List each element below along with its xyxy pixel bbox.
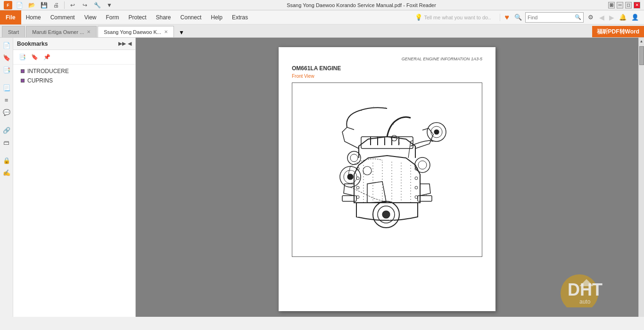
- find-search-icon[interactable]: 🔍: [575, 14, 581, 20]
- chinese-pdf-button[interactable]: 福昕PDF转Word: [592, 26, 644, 37]
- dropdown-icon[interactable]: ▼: [104, 0, 115, 10]
- svg-point-16: [418, 161, 427, 169]
- bookmark-controls: ▶▶ ◀: [118, 41, 132, 47]
- engine-title: OM661LA ENGINE: [292, 65, 482, 72]
- maximize-btn[interactable]: □: [625, 2, 632, 8]
- settings-icon[interactable]: ⚙: [586, 12, 596, 23]
- menubar: File Home Comment View Form Protect Shar…: [0, 10, 644, 25]
- bookmark-add-icon[interactable]: 📑: [17, 52, 27, 62]
- watermark: DHT auto: [553, 270, 629, 307]
- svg-point-15: [415, 157, 430, 173]
- bookmark-header: Bookmarks ▶▶ ◀: [13, 38, 135, 50]
- connect-menu[interactable]: Connect: [176, 10, 206, 25]
- svg-point-35: [415, 186, 418, 189]
- bookmark-panel: Bookmarks ▶▶ ◀ 📑 🔖 📌 INTRODUCERE CUPRINS: [13, 38, 136, 317]
- bookmark-item-cuprins[interactable]: CUPRINS: [13, 76, 135, 85]
- svg-point-36: [415, 196, 418, 198]
- user-icon[interactable]: 👤: [630, 12, 640, 23]
- pdf-page: GENERAL ENGINE INFORMATION 1A3-5 OM661LA…: [279, 47, 495, 311]
- bookmark-tag-icon[interactable]: 🔖: [29, 52, 40, 62]
- comment-menu[interactable]: Comment: [46, 10, 80, 25]
- sidebar-bookmark2-icon[interactable]: 📑: [1, 64, 12, 75]
- sidebar-stamp-icon[interactable]: 🗃: [1, 137, 12, 148]
- bookmark-label-1: INTRODUCERE: [27, 68, 69, 74]
- svg-rect-9: [361, 137, 413, 148]
- svg-point-34: [415, 177, 418, 180]
- home-menu[interactable]: Home: [21, 10, 46, 25]
- sidebar-nav-icon[interactable]: 📄: [1, 40, 12, 51]
- open-icon[interactable]: 📂: [26, 0, 37, 10]
- tab-ssang[interactable]: Ssang Yong Daewoo K... ✕: [98, 26, 174, 37]
- sidebar-pages-icon[interactable]: 📃: [1, 82, 12, 93]
- sidebar-bookmark-icon[interactable]: 🔖: [1, 52, 12, 63]
- save-icon[interactable]: 💾: [39, 0, 49, 10]
- sidebar-comment-icon[interactable]: 💬: [1, 107, 12, 118]
- nav-back[interactable]: ◀: [598, 14, 606, 21]
- tell-me-icon: 💡: [415, 14, 422, 21]
- share-menu[interactable]: Share: [151, 10, 176, 25]
- engine-illustration: [316, 90, 458, 250]
- restore-btn[interactable]: ⊞: [608, 2, 615, 8]
- tell-me-input[interactable]: Tell me what you want to do..: [424, 15, 495, 20]
- front-view-label: Front View: [292, 74, 482, 79]
- svg-text:auto: auto: [579, 298, 591, 305]
- file-menu[interactable]: File: [0, 10, 21, 25]
- sidebar-lock-icon[interactable]: 🔒: [1, 155, 12, 166]
- help-menu[interactable]: Help: [206, 10, 227, 25]
- new-icon[interactable]: 📄: [14, 0, 25, 10]
- tab-maruti-close[interactable]: ✕: [87, 29, 91, 34]
- tab-maruti-label: Maruti Ertiga Owner ...: [32, 29, 84, 35]
- undo-icon[interactable]: ↩: [67, 0, 78, 10]
- search-panel-icon[interactable]: 🔍: [513, 12, 523, 23]
- svg-point-8: [382, 211, 390, 218]
- svg-point-32: [356, 196, 359, 198]
- sidebar-link-icon[interactable]: 🔗: [1, 124, 12, 136]
- tab-ssang-label: Ssang Yong Daewoo K...: [104, 29, 161, 35]
- svg-point-2: [434, 130, 439, 134]
- extras-menu[interactable]: Extras: [227, 10, 253, 25]
- minimize-btn[interactable]: ─: [617, 2, 623, 8]
- scroll-up-arrow[interactable]: ▲: [639, 38, 644, 44]
- pdf-area[interactable]: GENERAL ENGINE INFORMATION 1A3-5 OM661LA…: [136, 38, 638, 317]
- bookmark-tag2-icon[interactable]: 📌: [41, 52, 52, 62]
- bookmark-label-2: CUPRINS: [27, 77, 53, 84]
- bookmark-collapse[interactable]: ◀: [128, 41, 132, 47]
- bookmark-expand[interactable]: ▶▶: [118, 41, 126, 47]
- redo-icon[interactable]: ↪: [80, 0, 90, 10]
- menubar-right: 💡 Tell me what you want to do.. ♥ 🔍 🔍 ⚙ …: [415, 12, 644, 23]
- find-input[interactable]: [528, 15, 575, 20]
- svg-point-20: [350, 154, 358, 162]
- form-menu[interactable]: Form: [101, 10, 124, 25]
- tab-ssang-close[interactable]: ✕: [164, 29, 168, 34]
- sidebar-layers-icon[interactable]: ≡: [1, 94, 12, 106]
- svg-point-21: [363, 166, 372, 175]
- tools-icon[interactable]: 🔧: [92, 0, 102, 10]
- bookmark-toolbar: 📑 🔖 📌: [13, 50, 135, 65]
- left-sidebar: 📄 🔖 📑 📃 ≡ 💬 🔗 🗃 🔒 ✍: [0, 38, 13, 317]
- tab-start[interactable]: Start: [2, 26, 25, 37]
- engine-image-box: [292, 82, 482, 257]
- view-menu[interactable]: View: [80, 10, 101, 25]
- bookmark-bullet-2: [21, 79, 25, 82]
- favorites-icon[interactable]: ♥: [505, 13, 510, 22]
- window-controls: ⊞ ─ □ ✕: [608, 2, 640, 8]
- bookmark-tree: INTRODUCERE CUPRINS: [13, 65, 135, 317]
- svg-point-31: [356, 186, 359, 189]
- bookmarks-title: Bookmarks: [17, 41, 48, 47]
- window-title: Ssang Yong Daewoo Korando Service Manual…: [115, 2, 608, 8]
- find-box[interactable]: 🔍: [525, 12, 584, 23]
- tab-start-label: Start: [8, 29, 19, 35]
- print-icon[interactable]: 🖨: [51, 0, 61, 10]
- sidebar-sign-icon[interactable]: ✍: [1, 167, 12, 178]
- bookmark-item-introducere[interactable]: INTRODUCERE: [13, 66, 135, 76]
- page-header: GENERAL ENGINE INFORMATION 1A3-5: [292, 57, 482, 61]
- notification-icon[interactable]: 🔔: [618, 12, 628, 23]
- protect-menu[interactable]: Protect: [124, 10, 151, 25]
- right-scrollbar[interactable]: ▲: [638, 38, 644, 317]
- tab-dropdown[interactable]: ▼: [177, 28, 186, 37]
- tabs-bar: Start Maruti Ertiga Owner ... ✕ Ssang Yo…: [0, 25, 644, 38]
- tab-maruti[interactable]: Maruti Ertiga Owner ... ✕: [26, 26, 97, 37]
- nav-forward[interactable]: ▶: [608, 14, 616, 21]
- close-btn[interactable]: ✕: [634, 2, 640, 8]
- scroll-thumb[interactable]: [639, 46, 644, 65]
